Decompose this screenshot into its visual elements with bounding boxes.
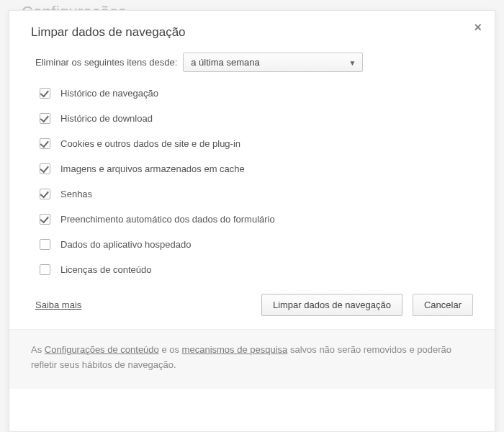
checkbox-hosted-app-data[interactable] bbox=[40, 239, 50, 250]
checkbox-browsing-history[interactable] bbox=[40, 88, 50, 99]
time-range-label: Eliminar os seguintes itens desde: bbox=[35, 57, 177, 68]
checkbox-cached-images[interactable] bbox=[40, 163, 50, 174]
disclaimer-text: As bbox=[31, 344, 45, 355]
checkbox-label[interactable]: Licenças de conteúdo bbox=[60, 264, 151, 275]
checkbox-label[interactable]: Imagens e arquivos armazenados em cache bbox=[60, 163, 245, 174]
checkbox-label[interactable]: Dados do aplicativo hospedado bbox=[60, 239, 191, 250]
checkbox-label[interactable]: Histórico de download bbox=[60, 113, 153, 124]
time-range-select-wrap: a última semana ▼ bbox=[183, 53, 363, 72]
clear-browsing-data-dialog: Limpar dados de navegação × Eliminar os … bbox=[9, 10, 495, 432]
checkbox-label[interactable]: Histórico de navegação bbox=[60, 88, 158, 99]
search-engines-link[interactable]: mecanismos de pesquisa bbox=[182, 344, 288, 355]
checkbox-label[interactable]: Cookies e outros dados de site e de plug… bbox=[60, 138, 240, 149]
dialog-title: Limpar dados de navegação bbox=[31, 25, 473, 40]
checkbox-content-licenses[interactable] bbox=[40, 264, 50, 275]
learn-more-link[interactable]: Saiba mais bbox=[35, 300, 81, 310]
list-item: Preenchimento automático dos dados do fo… bbox=[40, 214, 469, 225]
list-item: Dados do aplicativo hospedado bbox=[40, 239, 469, 250]
dialog-header: Limpar dados de navegação × bbox=[9, 11, 495, 45]
list-item: Imagens e arquivos armazenados em cache bbox=[40, 163, 469, 174]
dialog-actions: Saiba mais Limpar dados de navegação Can… bbox=[9, 289, 495, 329]
content-settings-link[interactable]: Configurações de conteúdo bbox=[45, 344, 159, 355]
list-item: Cookies e outros dados de site e de plug… bbox=[40, 138, 469, 149]
list-item: Licenças de conteúdo bbox=[40, 264, 469, 275]
checkbox-download-history[interactable] bbox=[40, 113, 50, 124]
close-icon[interactable]: × bbox=[474, 21, 482, 34]
checkbox-cookies[interactable] bbox=[40, 138, 50, 149]
list-item: Histórico de navegação bbox=[40, 88, 469, 99]
checkbox-label[interactable]: Senhas bbox=[60, 189, 92, 199]
cancel-button[interactable]: Cancelar bbox=[413, 294, 473, 316]
list-item: Senhas bbox=[40, 189, 469, 199]
clear-data-button[interactable]: Limpar dados de navegação bbox=[261, 294, 402, 316]
dialog-content: Eliminar os seguintes itens desde: a últ… bbox=[9, 45, 495, 275]
checkbox-passwords[interactable] bbox=[40, 189, 50, 199]
time-range-select[interactable]: a última semana bbox=[183, 53, 363, 72]
disclaimer: As Configurações de conteúdo e os mecani… bbox=[9, 329, 495, 389]
checkbox-autofill[interactable] bbox=[40, 214, 50, 225]
checkbox-label[interactable]: Preenchimento automático dos dados do fo… bbox=[60, 214, 275, 225]
list-item: Histórico de download bbox=[40, 113, 469, 124]
clear-items-list: Histórico de navegação Histórico de down… bbox=[35, 88, 469, 275]
time-range-row: Eliminar os seguintes itens desde: a últ… bbox=[35, 53, 469, 72]
disclaimer-text: e os bbox=[159, 344, 182, 355]
